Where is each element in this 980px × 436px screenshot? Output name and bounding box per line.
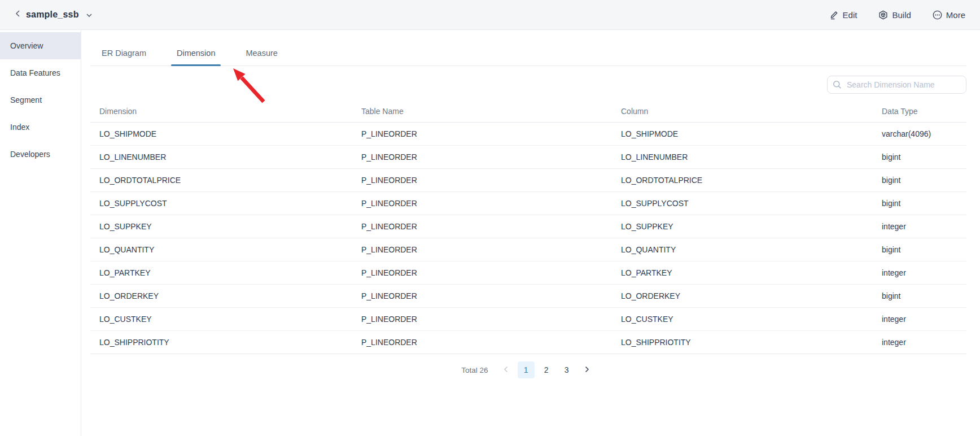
table-row: LO_ORDTOTALPRICEP_LINEORDERLO_ORDTOTALPR… (90, 169, 966, 192)
table-cell: P_LINEORDER (352, 123, 612, 145)
tab-er-diagram[interactable]: ER Diagram (96, 49, 152, 66)
table-cell: LO_SUPPKEY (90, 215, 352, 238)
table-cell: LO_QUANTITY (612, 238, 873, 261)
more-button[interactable]: More (933, 10, 965, 20)
tab-bar: ER Diagram Dimension Measure (90, 30, 966, 66)
table-header: Dimension Table Name Column Data Type (90, 100, 966, 123)
sidebar: Overview Data Features Segment Index Dev… (0, 30, 81, 436)
table-row: LO_ORDERKEYP_LINEORDERLO_ORDERKEYbigint (90, 285, 966, 308)
sidebar-item-overview[interactable]: Overview (0, 32, 81, 59)
search-input[interactable] (827, 76, 966, 94)
sidebar-item-developers[interactable]: Developers (0, 141, 81, 168)
table-cell: LO_PARTKEY (612, 261, 873, 284)
sidebar-item-label: Segment (10, 95, 42, 104)
table-cell: P_LINEORDER (352, 308, 612, 330)
table-cell: P_LINEORDER (352, 261, 612, 284)
sidebar-item-label: Developers (10, 150, 50, 159)
table-row: LO_PARTKEYP_LINEORDERLO_PARTKEYinteger (90, 261, 966, 285)
sidebar-item-label: Index (10, 123, 29, 132)
table-cell: P_LINEORDER (352, 215, 612, 238)
chevron-left-icon (503, 365, 509, 374)
model-title: sample_ssb (26, 10, 79, 20)
build-button[interactable]: Build (878, 10, 911, 20)
table-cell: integer (873, 215, 966, 238)
table-cell: P_LINEORDER (352, 285, 612, 307)
table-cell: LO_SHIPMODE (90, 123, 352, 145)
title-dropdown[interactable] (86, 10, 93, 20)
pagination-page-1[interactable]: 1 (518, 361, 535, 378)
table-cell: LO_QUANTITY (90, 238, 352, 261)
main-content: ER Diagram Dimension Measure (81, 30, 980, 436)
table-cell: LO_CUSTKEY (90, 308, 352, 330)
sidebar-item-label: Data Features (10, 68, 60, 77)
pagination-total: Total 26 (461, 366, 488, 374)
table-body: LO_SHIPMODEP_LINEORDERLO_SHIPMODEvarchar… (90, 123, 966, 354)
topbar: sample_ssb Edit (0, 0, 980, 30)
chevron-down-icon (86, 10, 93, 20)
table-cell: LO_PARTKEY (90, 261, 352, 284)
table-cell: P_LINEORDER (352, 146, 612, 168)
sidebar-item-label: Overview (10, 41, 43, 50)
table-cell: bigint (873, 192, 966, 215)
sidebar-item-segment[interactable]: Segment (0, 86, 81, 114)
pencil-icon (829, 10, 839, 20)
table-row: LO_SUPPLYCOSTP_LINEORDERLO_SUPPLYCOSTbig… (90, 192, 966, 215)
ellipsis-circle-icon (933, 10, 942, 20)
column-header-dimension: Dimension (90, 100, 352, 122)
table-cell: LO_SHIPPRIOTITY (612, 331, 873, 354)
table-cell: bigint (873, 146, 966, 168)
table-cell: LO_CUSTKEY (612, 308, 873, 330)
table-cell: LO_SHIPPRIOTITY (90, 331, 352, 354)
build-label: Build (892, 10, 911, 20)
table-cell: P_LINEORDER (352, 192, 612, 215)
table-row: LO_SHIPMODEP_LINEORDERLO_SHIPMODEvarchar… (90, 123, 966, 146)
table-cell: integer (873, 331, 966, 354)
table-cell: LO_ORDERKEY (90, 285, 352, 307)
table-cell: integer (873, 261, 966, 284)
table-cell: LO_SUPPLYCOST (612, 192, 873, 215)
table-cell: LO_ORDERKEY (612, 285, 873, 307)
back-button[interactable] (15, 10, 20, 20)
edit-button[interactable]: Edit (829, 10, 858, 20)
table-cell: LO_LINENUMBER (612, 146, 873, 168)
table-cell: LO_LINENUMBER (90, 146, 352, 168)
table-cell: LO_ORDTOTALPRICE (612, 169, 873, 191)
pagination-page-3[interactable]: 3 (558, 361, 575, 378)
pagination-page-2[interactable]: 2 (538, 361, 555, 378)
dimension-table: Dimension Table Name Column Data Type LO… (90, 100, 966, 354)
pagination-prev-button[interactable] (497, 361, 514, 378)
table-row: LO_SHIPPRIOTITYP_LINEORDERLO_SHIPPRIOTIT… (90, 331, 966, 354)
more-label: More (946, 10, 965, 20)
column-header-column: Column (612, 100, 873, 122)
tab-measure[interactable]: Measure (240, 49, 283, 66)
table-cell: P_LINEORDER (352, 331, 612, 354)
toolbar (81, 66, 980, 100)
table-row: LO_SUPPKEYP_LINEORDERLO_SUPPKEYinteger (90, 215, 966, 238)
chevron-right-icon (584, 365, 590, 374)
table-row: LO_LINENUMBERP_LINEORDERLO_LINENUMBERbig… (90, 146, 966, 169)
column-header-table-name: Table Name (352, 100, 612, 122)
chevron-left-icon (15, 10, 20, 20)
table-row: LO_QUANTITYP_LINEORDERLO_QUANTITYbigint (90, 238, 966, 261)
table-cell: P_LINEORDER (352, 169, 612, 191)
table-cell: bigint (873, 238, 966, 261)
table-cell: bigint (873, 169, 966, 191)
table-cell: bigint (873, 285, 966, 307)
cube-icon (878, 10, 888, 20)
pagination: Total 26 1 2 3 (90, 361, 966, 379)
sidebar-item-index[interactable]: Index (0, 114, 81, 141)
table-cell: LO_SHIPMODE (612, 123, 873, 145)
tab-dimension[interactable]: Dimension (171, 49, 221, 66)
sidebar-item-data-features[interactable]: Data Features (0, 59, 81, 86)
table-cell: LO_ORDTOTALPRICE (90, 169, 352, 191)
table-cell: P_LINEORDER (352, 238, 612, 261)
column-header-data-type: Data Type (873, 100, 966, 122)
table-cell: integer (873, 308, 966, 330)
table-row: LO_CUSTKEYP_LINEORDERLO_CUSTKEYinteger (90, 308, 966, 331)
table-cell: LO_SUPPLYCOST (90, 192, 352, 215)
edit-label: Edit (843, 10, 858, 20)
table-cell: LO_SUPPKEY (612, 215, 873, 238)
table-cell: varchar(4096) (873, 123, 966, 145)
search-box (827, 76, 966, 94)
pagination-next-button[interactable] (579, 361, 596, 378)
